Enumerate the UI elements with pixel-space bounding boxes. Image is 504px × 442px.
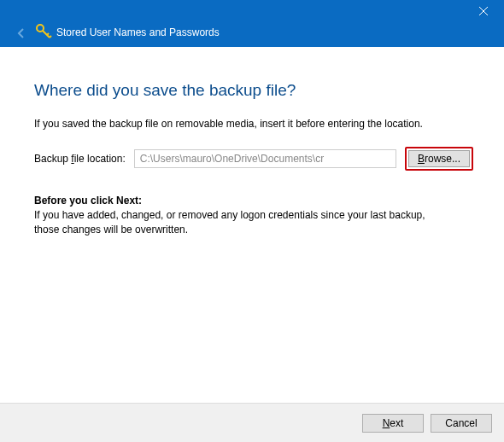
window-title: Stored User Names and Passwords (56, 26, 220, 38)
warning-text: If you have added, changed, or removed a… (34, 208, 436, 237)
backup-location-row: Backup file location: Browse... (34, 147, 473, 171)
browse-button[interactable]: Browse... (408, 150, 470, 167)
warning-heading: Before you click Next: (34, 195, 473, 206)
wizard-footer: Next Cancel (0, 403, 504, 442)
page-heading: Where did you save the backup file? (34, 81, 473, 100)
svg-line-4 (47, 33, 49, 35)
svg-line-5 (50, 36, 51, 38)
backup-location-input[interactable] (134, 149, 396, 168)
titlebar: Stored User Names and Passwords (0, 0, 504, 47)
close-button[interactable] (464, 2, 502, 20)
back-button[interactable] (14, 26, 29, 41)
cancel-button[interactable]: Cancel (431, 414, 492, 433)
svg-point-2 (37, 25, 44, 32)
backup-location-label: Backup file location: (34, 153, 126, 165)
key-icon (35, 23, 52, 43)
wizard-content: Where did you save the backup file? If y… (0, 47, 504, 236)
next-button[interactable]: Next (362, 414, 424, 433)
browse-highlight: Browse... (405, 147, 473, 171)
intro-text: If you saved the backup file on removabl… (34, 117, 436, 131)
